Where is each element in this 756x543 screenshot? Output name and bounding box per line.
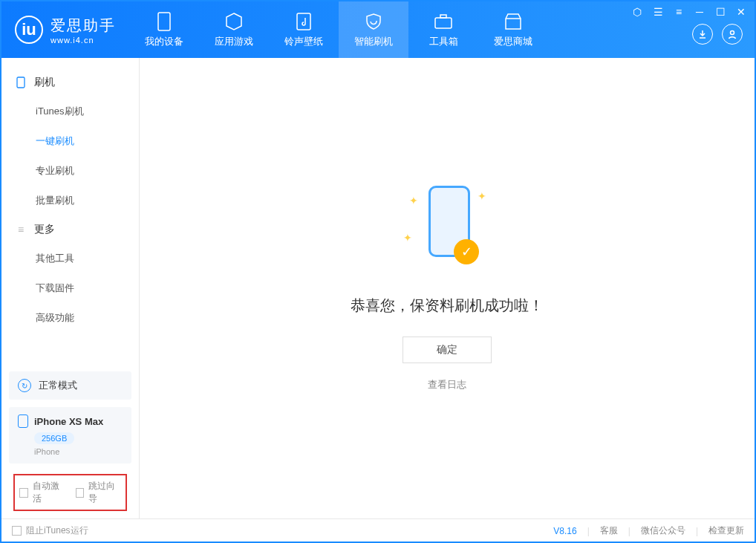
svg-rect-2 bbox=[435, 18, 452, 28]
footer-link-support[interactable]: 客服 bbox=[600, 524, 618, 537]
sparkle-icon: ✦ bbox=[403, 232, 412, 244]
footer-link-update[interactable]: 检查更新 bbox=[708, 524, 744, 537]
music-icon bbox=[293, 11, 314, 32]
maximize-icon[interactable]: ☐ bbox=[714, 6, 726, 18]
user-button[interactable] bbox=[722, 24, 743, 45]
sparkle-icon: ✦ bbox=[478, 190, 486, 202]
svg-point-4 bbox=[731, 31, 734, 35]
sidebar: 刷机 iTunes刷机 一键刷机 专业刷机 批量刷机 ≡ 更多 其他工具 下载固… bbox=[1, 58, 140, 518]
sidebar-item-download-firmware[interactable]: 下载固件 bbox=[1, 273, 139, 303]
device-icon bbox=[154, 11, 175, 32]
tab-apps-games[interactable]: 应用游戏 bbox=[199, 1, 269, 58]
confirm-button[interactable]: 确定 bbox=[403, 336, 492, 363]
app-url: www.i4.cn bbox=[50, 36, 116, 45]
toolbox-icon bbox=[433, 11, 454, 32]
window-controls: ⬡ ☰ ≡ ─ ☐ ✕ bbox=[631, 1, 755, 58]
sidebar-head-more: ≡ 更多 bbox=[1, 215, 139, 244]
sidebar-item-itunes-flash[interactable]: iTunes刷机 bbox=[1, 97, 139, 126]
menu-icon[interactable]: ☰ bbox=[652, 6, 664, 18]
list-icon[interactable]: ≡ bbox=[673, 6, 685, 18]
app-name: 爱思助手 bbox=[50, 16, 116, 36]
device-card[interactable]: iPhone XS Max 256GB iPhone bbox=[9, 407, 131, 464]
refresh-shield-icon bbox=[363, 11, 384, 32]
tab-smart-flash[interactable]: 智能刷机 bbox=[339, 1, 408, 58]
success-illustration: ✦ ✦ ✦ ✓ bbox=[414, 186, 480, 275]
minimize-icon[interactable]: ─ bbox=[694, 6, 706, 18]
phone-outline-icon bbox=[15, 77, 27, 88]
sidebar-head-flash: 刷机 bbox=[1, 68, 139, 97]
sidebar-item-batch-flash[interactable]: 批量刷机 bbox=[1, 186, 139, 215]
download-button[interactable] bbox=[692, 24, 713, 45]
main-tabs: 我的设备 应用游戏 铃声壁纸 智能刷机 工具箱 爱思商城 bbox=[129, 1, 548, 58]
success-message: 恭喜您，保资料刷机成功啦！ bbox=[351, 296, 544, 316]
checkbox-skip-wizard[interactable]: 跳过向导 bbox=[76, 480, 122, 505]
device-name: iPhone XS Max bbox=[34, 416, 103, 427]
main-content: ✦ ✦ ✦ ✓ 恭喜您，保资料刷机成功啦！ 确定 查看日志 bbox=[140, 58, 755, 518]
titlebar: iu 爱思助手 www.i4.cn 我的设备 应用游戏 铃声壁纸 智能刷机 工具… bbox=[1, 1, 755, 58]
sidebar-item-other-tools[interactable]: 其他工具 bbox=[1, 244, 139, 273]
statusbar: 阻止iTunes运行 V8.16 | 客服 | 微信公众号 | 检查更新 bbox=[1, 518, 755, 542]
svg-rect-3 bbox=[440, 15, 446, 18]
mode-status[interactable]: ↻ 正常模式 bbox=[9, 371, 131, 400]
logo: iu 爱思助手 www.i4.cn bbox=[1, 1, 129, 58]
logo-icon: iu bbox=[15, 16, 43, 44]
tab-ringtones-wallpapers[interactable]: 铃声壁纸 bbox=[269, 1, 339, 58]
checkbox-icon bbox=[76, 488, 85, 498]
checkbox-block-itunes[interactable]: 阻止iTunes运行 bbox=[12, 524, 88, 537]
success-check-icon: ✓ bbox=[454, 239, 479, 264]
tab-toolbox[interactable]: 工具箱 bbox=[408, 1, 478, 58]
sidebar-item-pro-flash[interactable]: 专业刷机 bbox=[1, 156, 139, 186]
list-icon: ≡ bbox=[15, 224, 27, 235]
view-log-link[interactable]: 查看日志 bbox=[428, 378, 466, 391]
checkbox-icon bbox=[19, 488, 28, 498]
checkbox-auto-activate[interactable]: 自动激活 bbox=[19, 480, 65, 505]
sparkle-icon: ✦ bbox=[409, 195, 418, 207]
device-type: iPhone bbox=[34, 447, 123, 456]
svg-rect-0 bbox=[158, 13, 170, 30]
version-label: V8.16 bbox=[553, 526, 576, 536]
checkbox-icon bbox=[12, 526, 22, 536]
device-small-icon bbox=[18, 414, 28, 428]
cube-icon bbox=[224, 11, 244, 32]
tab-store[interactable]: 爱思商城 bbox=[478, 1, 548, 58]
close-icon[interactable]: ✕ bbox=[735, 6, 747, 18]
shirt-icon[interactable]: ⬡ bbox=[631, 6, 643, 18]
svg-rect-1 bbox=[297, 13, 310, 30]
capacity-badge: 256GB bbox=[34, 432, 74, 444]
footer-link-wechat[interactable]: 微信公众号 bbox=[641, 524, 685, 537]
store-icon bbox=[503, 11, 524, 32]
normal-mode-icon: ↻ bbox=[18, 379, 31, 392]
sidebar-item-oneclick-flash[interactable]: 一键刷机 bbox=[1, 126, 139, 156]
tab-my-device[interactable]: 我的设备 bbox=[129, 1, 199, 58]
svg-rect-5 bbox=[17, 77, 25, 88]
flash-options-highlight: 自动激活 跳过向导 bbox=[13, 474, 127, 511]
sidebar-item-advanced[interactable]: 高级功能 bbox=[1, 303, 139, 333]
